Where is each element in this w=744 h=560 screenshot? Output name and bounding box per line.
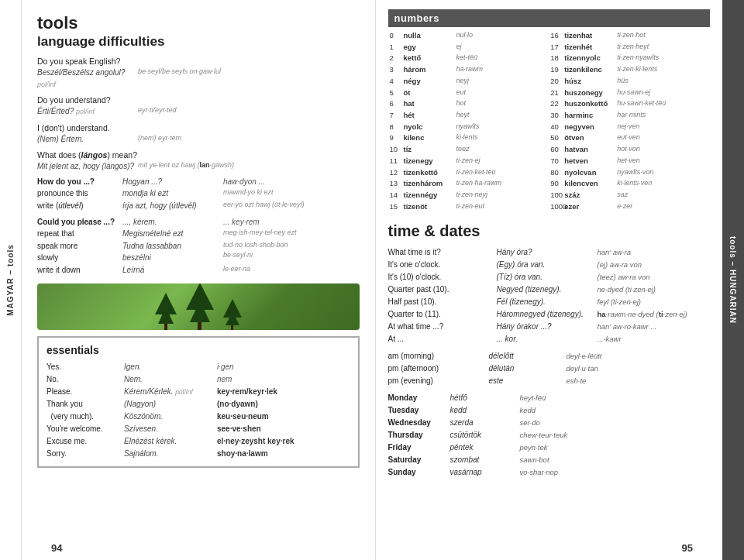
phrase-write: write (útlevél) írja azt, hogy (útlevél)… [37, 200, 360, 211]
essentials-row-no: No. Nem. nem [46, 373, 350, 386]
day-monday: Monday hétfő heyt·fëü [388, 392, 711, 404]
number-row: 60hatvanhot·von [549, 144, 710, 156]
left-sidebar-label: MAGYAR – tools [6, 244, 15, 316]
days-block: Monday hétfő heyt·fëü Tuesday kedd kedd … [388, 392, 711, 479]
number-row: 1egyej [388, 42, 549, 53]
qa-question: Do you speak English? [37, 57, 360, 66]
time-row: Quarter to (11). Háromnegyed (tizenegy).… [388, 308, 711, 321]
qa-question: I (don't) understand. [37, 123, 360, 132]
time-row: It's (10) o'clock. (Tíz) óra van. (teez)… [388, 271, 711, 283]
qa-what-does-mean: What does (lángos) mean? Mit jelent az, … [37, 150, 360, 172]
ampm-morning: am (morning) délelőtt deyl·e·lëütt [388, 350, 711, 362]
number-row: 16tizenhatti·zen·hot [549, 30, 710, 42]
number-row: 17tizenhétti·zen·heyt [549, 42, 710, 53]
qa-answer-row: Mit jelent az, hogy (lángos)? mit ye·len… [37, 160, 360, 172]
number-row: 19tizenkilencti·zen·ki·lents [549, 64, 710, 76]
number-row: 8nyolcnyawlts [388, 122, 549, 133]
number-row: 22huszonkettőhu·sawn·ket·tëü [549, 98, 710, 110]
number-row: 11tizenegyti·zen·ej [388, 156, 549, 167]
number-row: 100százsaz [549, 190, 710, 201]
qa-question: What does (lángos) mean? [37, 150, 360, 160]
right-sidebar: tools – HUNGARIAN [722, 0, 744, 560]
qa-understand: Do you understand? Érti/Érted? pol/inf e… [37, 95, 360, 118]
day-saturday: Saturday szombat sawn·bot [388, 454, 711, 466]
time-section: time & dates What time is it? Hány óra? … [388, 222, 711, 479]
essentials-row-sorry: Sorry. Sajnálom. shoy·na·lawm [46, 448, 350, 460]
number-row: 1000ezere·zer [549, 201, 710, 213]
numbers-grid: 0nullanul·lo 1egyej 2kettőket-tëü 3három… [388, 30, 711, 213]
numbers-section: numbers 0nullanul·lo 1egyej 2kettőket-të… [388, 9, 711, 213]
please-block: Could you please ...? ..., kérem. ... ke… [37, 218, 360, 276]
decoration-image [37, 283, 360, 330]
page-number-left: 94 [51, 542, 62, 554]
number-row: 2kettőket-tëü [388, 53, 549, 64]
number-row: 9kilencki·lents [388, 132, 549, 144]
qa-answer-row: (Nem) Értem. (nem) eyr·tem [37, 133, 360, 145]
sub-title: language difficulties [37, 34, 360, 50]
number-row: 12tizenkettőti·zen·ket·tëü [388, 167, 549, 179]
number-row: 70hetvenhet·ven [549, 156, 710, 167]
number-row: 20húszhüs [549, 76, 710, 88]
essentials-row-yes: Yes. Igen. i·gen [46, 361, 350, 373]
essentials-row-please: Please. Kérem/Kérlek. pol/inf key·rem/ke… [46, 386, 350, 398]
qa-question: Do you understand? [37, 95, 360, 105]
left-sidebar: MAGYAR – tools [0, 0, 22, 560]
number-row: 30harminchar·mints [549, 110, 710, 122]
day-friday: Friday péntek peyn·tek [388, 441, 711, 454]
page-number-right: 95 [682, 542, 693, 554]
numbers-right-col: 16tizenhatti·zen·hot 17tizenhétti·zen·he… [549, 30, 710, 213]
please-header: Could you please ...? ..., kérem. ... ke… [37, 218, 360, 226]
time-row: At what time ...? Hány órakor ...? han' … [388, 321, 711, 333]
phrase-speak-more: speak moreslowly Tudna lassabbanbeszélni… [37, 240, 360, 263]
number-row: 4négyneyj [388, 76, 549, 88]
numbers-left-col: 0nullanul·lo 1egyej 2kettőket-tëü 3három… [388, 30, 549, 213]
phrase-repeat: repeat that Megismételné ezt meg·ish·mey… [37, 228, 360, 239]
essentials-row-verymuch: (very much). Köszönöm. keu·seu·neum [46, 411, 350, 423]
qa-answer-row: Beszél/Beszélsz angolul? pol/inf be·seyl… [37, 67, 360, 91]
number-row: 90kilencvenki·lents·ven [549, 178, 710, 190]
ampm-afternoon: pm (afternoon) délután deyl·u·tan [388, 362, 711, 375]
number-row: 40negyvennej·ven [549, 122, 710, 133]
right-sidebar-label: tools – HUNGARIAN [729, 236, 738, 324]
number-row: 14tizennégyti·zen·neyj [388, 190, 549, 201]
ampm-block: am (morning) délelőtt deyl·e·lëütt pm (a… [388, 350, 711, 387]
essentials-title: essentials [46, 344, 350, 356]
number-row: 13tizenháromti·zen·ha·rawm [388, 178, 549, 190]
left-page: tools language difficulties Do you speak… [22, 0, 376, 560]
day-wednesday: Wednesday szerda ser·do [388, 417, 711, 429]
number-row: 10tízteez [388, 144, 549, 156]
phrase-write-down: write it down Leírná le·eer·na [37, 264, 360, 276]
time-row: At ... ... kor. ...-kawr [388, 333, 711, 345]
essentials-row-thank: Thank you (Nagyon) (no·dyawn) [46, 398, 350, 411]
number-row: 7hétheyt [388, 110, 549, 122]
number-row: 3háromha·rawm [388, 64, 549, 76]
essentials-box: essentials Yes. Igen. i·gen No. Nem. nem… [37, 336, 360, 468]
how-block: How do you ...? Hogyan ...? haw·dyon ...… [37, 177, 360, 211]
number-row: 5öteut [388, 88, 549, 99]
time-header: time & dates [388, 222, 711, 240]
how-header: How do you ...? Hogyan ...? haw·dyon ... [37, 177, 360, 186]
numbers-header: numbers [388, 9, 711, 27]
day-tuesday: Tuesday kedd kedd [388, 404, 711, 417]
number-row: 18tizennyolcti·zen·nyawlts [549, 53, 710, 64]
time-row: It's one o'clock. (Egy) óra van. (ej) aw… [388, 259, 711, 271]
number-row: 50ötveneut·ven [549, 132, 710, 144]
number-row: 21huszonegyhu·sawn·ej [549, 88, 710, 99]
qa-dont-understand: I (don't) understand. (Nem) Értem. (nem)… [37, 123, 360, 145]
day-sunday: Sunday vasárnap vo·shar·nop [388, 466, 711, 479]
time-row: What time is it? Hány óra? han' aw·ra [388, 246, 711, 259]
time-row: Quarter past (10). Negyed (tizenegy). ne… [388, 283, 711, 296]
number-row: 6hathot [388, 98, 549, 110]
section-title: tools [37, 14, 360, 33]
day-thursday: Thursday csütörtök chew·teur·teuk [388, 429, 711, 441]
right-page: numbers 0nullanul·lo 1egyej 2kettőket-të… [376, 0, 723, 560]
number-row: 80nyolcvannyawlts·von [549, 167, 710, 179]
essentials-row-excuse: Excuse me. Elnézést kérek. el·ney·zeysht… [46, 435, 350, 448]
ampm-evening: pm (evening) este esh·te [388, 375, 711, 387]
essentials-row-welcome: You're welcome. Szívesen. see·ve·shen [46, 423, 350, 435]
phrase-pronounce: pronounce this mondja ki ezt mawnd·yo ki… [37, 187, 360, 199]
number-row: 0nullanul·lo [388, 30, 549, 42]
qa-speak-english: Do you speak English? Beszél/Beszélsz an… [37, 57, 360, 91]
time-row: Half past (10). Fél (tizenegy). feyl (ti… [388, 296, 711, 308]
qa-answer-row: Érti/Érted? pol/inf eyr·ti/eyr·ted [37, 105, 360, 118]
